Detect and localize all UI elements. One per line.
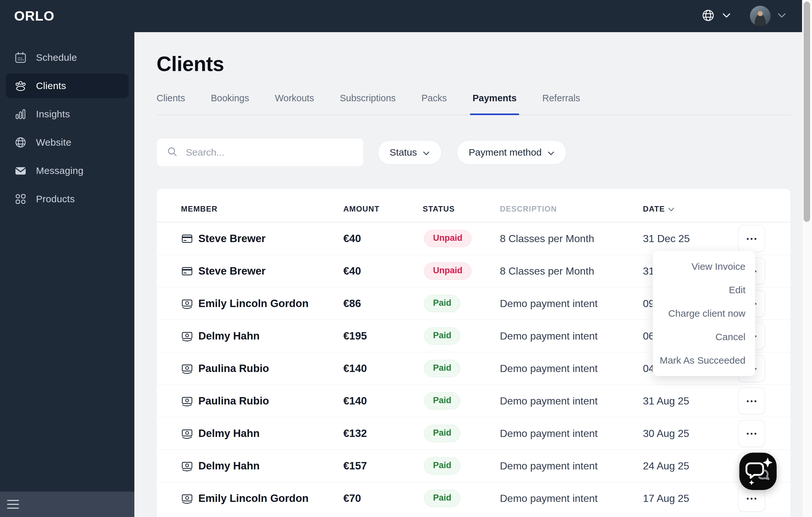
ellipsis-icon	[747, 431, 757, 436]
tab-bookings[interactable]: Bookings	[211, 93, 249, 114]
payment-date: 31 Aug 25	[643, 395, 738, 407]
sidebar-item-label: Clients	[36, 80, 66, 91]
calendar-icon	[14, 51, 27, 64]
banknote-icon	[181, 297, 193, 310]
hamburger-menu-icon[interactable]	[7, 500, 19, 509]
payment-amount: €132	[343, 427, 423, 439]
payment-amount: €86	[343, 297, 423, 310]
scrollbar-thumb[interactable]	[804, 2, 810, 222]
row-actions-button[interactable]	[738, 420, 765, 447]
chevron-down-icon	[423, 147, 430, 158]
payment-description: Demo payment intent	[500, 363, 643, 375]
menu-item-cancel[interactable]: Cancel	[653, 325, 755, 348]
filters-row: Status Payment method	[156, 138, 790, 167]
status-badge: Paid	[424, 457, 460, 475]
scrollbar[interactable]	[802, 0, 812, 517]
topbar: ORLO	[0, 0, 812, 32]
column-header-amount: AMOUNT	[343, 204, 423, 213]
chevron-down-icon	[778, 13, 786, 19]
sidebar-item-label: Products	[36, 194, 75, 204]
column-header-label: DATE	[643, 204, 665, 213]
column-header-label: AMOUNT	[343, 204, 380, 213]
menu-item-edit[interactable]: Edit	[653, 278, 755, 301]
column-header-member: MEMBER	[181, 204, 343, 213]
search-input[interactable]	[185, 147, 354, 158]
status-badge: Unpaid	[424, 230, 471, 247]
column-header-description: DESCRIPTION	[500, 204, 643, 213]
row-actions-button[interactable]	[738, 387, 765, 414]
payment-method-filter-button[interactable]: Payment method	[457, 140, 567, 165]
status-badge: Paid	[424, 327, 460, 345]
credit-card-icon	[181, 265, 193, 277]
menu-item-charge-client-now[interactable]: Charge client now	[653, 301, 755, 325]
sidebar-item-website[interactable]: Website	[6, 130, 128, 155]
member-name: Delmy Hahn	[198, 460, 260, 472]
payment-description: Demo payment intent	[500, 428, 643, 439]
tab-clients[interactable]: Clients	[156, 93, 185, 114]
chat-widget-button[interactable]	[740, 453, 777, 490]
tab-subscriptions[interactable]: Subscriptions	[340, 93, 396, 114]
payment-amount: €195	[343, 330, 423, 342]
sidebar-item-clients[interactable]: Clients	[6, 74, 128, 98]
avatar	[750, 6, 771, 26]
status-badge: Unpaid	[424, 262, 471, 280]
banknote-icon	[181, 427, 193, 439]
status-filter-button[interactable]: Status	[378, 140, 442, 165]
payment-description: 8 Classes per Month	[500, 233, 643, 245]
table-row: Steve Brewer €40 Unpaid 8 Classes per Mo…	[156, 223, 790, 255]
row-context-menu: View InvoiceEditCharge client nowCancelM…	[652, 251, 755, 376]
envelope-icon	[14, 164, 27, 177]
payment-amount: €140	[343, 395, 423, 407]
row-actions-button[interactable]	[738, 225, 765, 252]
member-name: Delmy Hahn	[198, 330, 260, 342]
payment-amount: €70	[343, 492, 423, 505]
sidebar: ScheduleClientsInsightsWebsiteMessagingP…	[0, 0, 134, 517]
payment-description: 8 Classes per Month	[500, 265, 643, 277]
member-name: Paulina Rubio	[198, 395, 269, 407]
sidebar-item-products[interactable]: Products	[6, 187, 128, 211]
status-badge: Paid	[424, 490, 460, 507]
tab-workouts[interactable]: Workouts	[275, 93, 314, 114]
payment-amount: €40	[343, 265, 423, 277]
member-name: Emily Lincoln Gordon	[198, 297, 309, 310]
column-header-date[interactable]: DATE	[643, 204, 765, 213]
tab-payments[interactable]: Payments	[472, 93, 517, 114]
ellipsis-icon	[747, 399, 757, 403]
member-name: Emily Lincoln Gordon	[198, 492, 309, 505]
sidebar-item-schedule[interactable]: Schedule	[6, 45, 128, 70]
menu-item-mark-as-succeeded[interactable]: Mark As Succeeded	[653, 348, 755, 372]
tab-referrals[interactable]: Referrals	[542, 93, 580, 114]
table-row: Delmy Hahn €157 Paid Demo payment intent…	[156, 450, 790, 482]
brand-logo: ORLO	[14, 8, 54, 24]
column-header-label: DESCRIPTION	[500, 204, 557, 213]
member-name: Paulina Rubio	[198, 362, 269, 375]
chevron-down-icon	[547, 147, 554, 158]
payment-description: Demo payment intent	[500, 493, 643, 505]
language-switcher[interactable]	[701, 8, 731, 24]
tab-bar: ClientsBookingsWorkoutsSubscriptionsPack…	[156, 90, 790, 115]
table-row: Delmy Hahn €132 Paid Demo payment intent…	[156, 417, 790, 450]
payment-date: 31 Dec 25	[643, 233, 738, 245]
account-menu[interactable]	[750, 6, 786, 26]
grid-icon	[14, 193, 27, 205]
banknote-icon	[181, 362, 193, 375]
tab-packs[interactable]: Packs	[422, 93, 447, 114]
status-badge: Paid	[424, 360, 460, 377]
sidebar-item-messaging[interactable]: Messaging	[6, 159, 128, 183]
payment-description: Demo payment intent	[500, 298, 643, 310]
banknote-icon	[181, 330, 193, 342]
menu-item-view-invoice[interactable]: View Invoice	[653, 255, 755, 278]
bar-chart-icon	[14, 108, 27, 121]
sidebar-item-insights[interactable]: Insights	[6, 102, 128, 126]
status-badge: Paid	[424, 392, 460, 410]
member-name: Delmy Hahn	[198, 427, 260, 439]
table-row: Emily Lincoln Gordon €70 Paid Demo payme…	[156, 482, 790, 515]
payment-method-filter-label: Payment method	[469, 147, 542, 158]
column-header-label: STATUS	[423, 204, 455, 213]
sidebar-item-label: Schedule	[36, 52, 77, 63]
chevron-down-icon	[722, 13, 731, 19]
banknote-icon	[181, 395, 193, 407]
status-filter-label: Status	[389, 147, 417, 158]
member-name: Steve Brewer	[198, 265, 265, 277]
chat-bubbles-icon	[740, 452, 777, 491]
